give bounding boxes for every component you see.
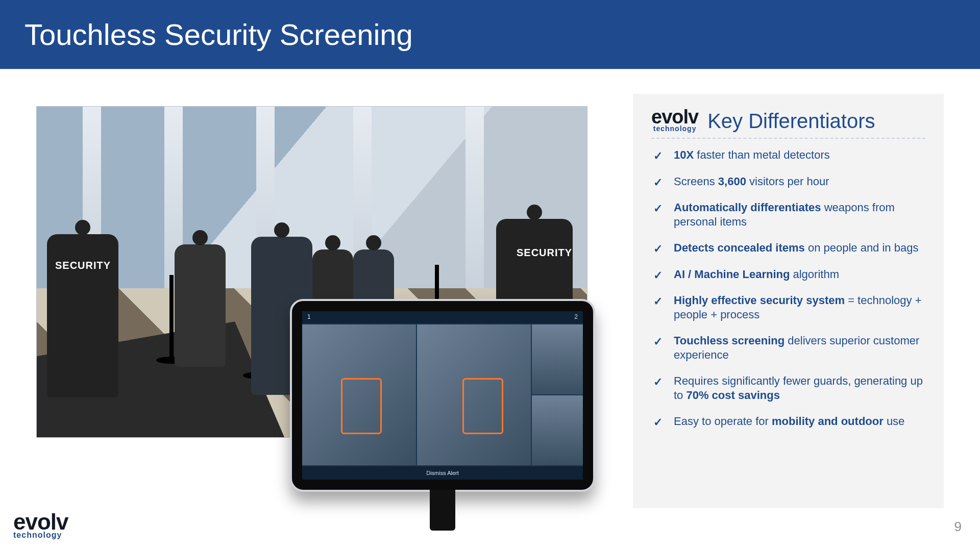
footer-logo: evolv technology <box>13 513 68 540</box>
slide-body: SECURITY SECURITY 1 2 Dismi <box>0 69 980 551</box>
security-guard-left-label: SECURITY <box>55 260 111 271</box>
list-item: Requires significantly fewer guards, gen… <box>651 374 925 402</box>
tablet-header: 1 2 <box>302 311 583 323</box>
visitor <box>175 244 226 367</box>
tablet-stand <box>430 490 455 531</box>
panel-header: evolv technology Key Differentiators <box>651 109 925 133</box>
footer-logo-tagline: technology <box>13 531 68 540</box>
detection-box-icon <box>341 378 382 434</box>
detection-box-icon <box>462 378 503 434</box>
panel-title: Key Differentiators <box>707 110 875 133</box>
bold-text: 10X <box>674 148 694 161</box>
page-number: 9 <box>954 519 962 535</box>
tablet-screen: 1 2 Dismiss Alert <box>302 311 583 480</box>
list-item: Automatically differentiates weapons fro… <box>651 201 925 229</box>
differentiators-list: 10X faster than metal detectors Screens … <box>651 148 925 429</box>
slide-title: Touchless Security Screening <box>24 17 413 52</box>
bold-text: AI / Machine Learning <box>674 268 790 281</box>
list-item: Touchless screening delivers superior cu… <box>651 334 925 362</box>
evolv-logo-tagline: technology <box>653 124 697 133</box>
list-item: Easy to operate for mobility and outdoor… <box>651 414 925 429</box>
footer-logo-word: evolv <box>13 513 68 531</box>
list-item: Detects concealed items on people and in… <box>651 241 925 255</box>
tablet-feed-left <box>302 324 416 465</box>
security-guard-left <box>47 234 118 397</box>
tablet-thumb <box>532 395 583 465</box>
list-item: Screens 3,600 visitors per hour <box>651 174 925 189</box>
bold-text: Detects concealed items <box>674 241 805 254</box>
evolv-logo: evolv technology <box>651 109 698 133</box>
title-bar: Touchless Security Screening <box>0 0 980 69</box>
monitor-tablet: 1 2 Dismiss Alert <box>290 299 595 492</box>
bold-text: 3,600 <box>718 175 746 188</box>
plain-text: Easy to operate for <box>674 415 772 428</box>
list-item: AI / Machine Learning algorithm <box>651 267 925 282</box>
tablet-footer: Dismiss Alert <box>302 466 583 480</box>
plain-text: on people and in bags <box>805 241 919 254</box>
bold-text: Automatically differentiates <box>674 201 821 214</box>
bold-text: Touchless screening <box>674 334 785 347</box>
tablet-thumb <box>532 324 583 394</box>
plain-text: use <box>884 415 905 428</box>
differentiators-panel: evolv technology Key Differentiators 10X… <box>633 94 944 508</box>
plain-text: Screens <box>674 175 718 188</box>
list-item: 10X faster than metal detectors <box>651 148 925 162</box>
tablet-lane-2: 2 <box>574 313 578 321</box>
security-guard-right-label: SECURITY <box>517 247 572 259</box>
stanchion <box>169 275 174 362</box>
bold-text: Highly effective security system <box>674 294 845 307</box>
bold-text: mobility and outdoor <box>772 415 884 428</box>
plain-text: faster than metal detectors <box>694 148 830 161</box>
plain-text: algorithm <box>790 268 839 281</box>
panel-divider <box>651 138 925 139</box>
evolv-logo-word: evolv <box>651 109 698 124</box>
tablet-lane-1: 1 <box>307 313 311 321</box>
plain-text: visitors per hour <box>746 175 829 188</box>
pillar <box>465 107 484 288</box>
bold-text: 70% cost savings <box>686 389 779 402</box>
list-item: Highly effective security system = techn… <box>651 293 925 321</box>
tablet-feed-right <box>417 324 531 465</box>
